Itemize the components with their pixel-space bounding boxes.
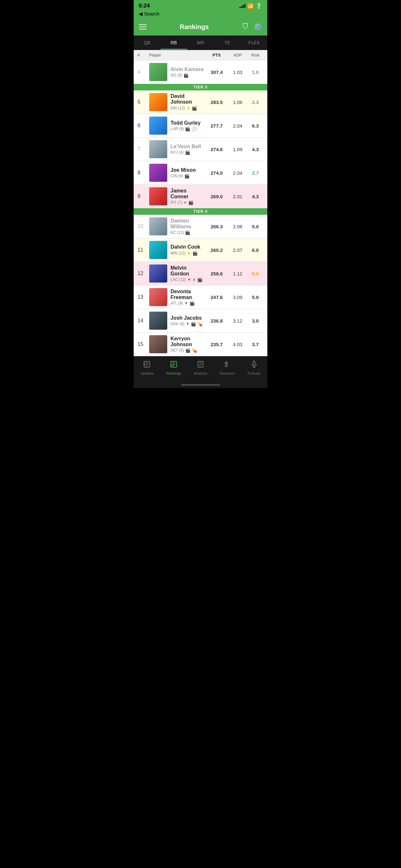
player-team: LAC (12) [171, 277, 186, 282]
player-adp: 2.04 [228, 170, 247, 176]
col-risk-header[interactable]: Risk [247, 53, 264, 58]
nav-analysis[interactable]: Analysis [187, 359, 214, 376]
player-name: David Johnson [171, 93, 205, 105]
header: Rankings ⛉ ⚙️ [134, 20, 267, 35]
table-row[interactable]: 5 David Johnson ARI (12) ★🎬 283.5 1.06 2… [134, 90, 267, 114]
col-player-header: Player [149, 53, 205, 58]
nav-updates[interactable]: Updates [134, 359, 160, 376]
player-rank: 7 [137, 146, 149, 152]
player-pts: 236.8 [205, 318, 228, 323]
table-row[interactable]: 15 Kerryon Johnson DET (5) 🎬💊 235.7 4.03… [134, 333, 267, 356]
injury-icon: 💊 [197, 321, 203, 327]
signal-bars [240, 4, 245, 8]
player-pts: 260.2 [205, 247, 228, 253]
tab-flex[interactable]: FLEX [241, 35, 267, 50]
player-info: Le'Veon Bell NYJ (4) 🎬 [171, 144, 205, 155]
player-meta: OAK (6) ▼🎬💊 [171, 321, 205, 327]
svg-point-6 [144, 365, 145, 366]
tab-qb[interactable]: QB [134, 35, 160, 50]
home-indicator [134, 383, 267, 388]
player-rank: 11 [137, 247, 149, 253]
player-risk: 2.3 [247, 99, 264, 105]
table-header: # Player PTS ADP Risk [134, 50, 267, 60]
updates-icon [143, 361, 151, 370]
col-pts-header[interactable]: PTS [205, 53, 228, 58]
player-info: Alvin Kamara NO (9) 🎬 [171, 66, 205, 78]
player-info: Kerryon Johnson DET (5) 🎬💊 [171, 336, 205, 353]
player-avatar [149, 288, 167, 306]
star-icon: ★ [186, 105, 190, 111]
player-info: Joe Mixon CIN (9) 🎬 [171, 167, 205, 179]
tab-te[interactable]: TE [214, 35, 241, 50]
header-actions: ⛉ ⚙️ [242, 23, 262, 31]
player-name: Melvin Gordon [171, 265, 205, 277]
player-rank: 6 [137, 123, 149, 128]
player-meta: DET (5) 🎬💊 [171, 348, 205, 353]
player-risk: 6.0 [247, 247, 264, 253]
film-icon: 🎬 [192, 106, 197, 111]
player-risk: 6.3 [247, 123, 264, 128]
svg-rect-17 [253, 361, 255, 365]
podcast-icon [250, 361, 258, 370]
nav-research[interactable]: Research [214, 359, 241, 376]
player-pts: 266.3 [205, 224, 228, 229]
player-info: Melvin Gordon LAC (12) ▼✕🎬 [171, 265, 205, 282]
film-icon: 🎬 [185, 348, 190, 353]
player-adp: 2.04 [228, 123, 247, 128]
tab-wr[interactable]: WR [187, 35, 214, 50]
player-rank: 9 [137, 193, 149, 199]
menu-button[interactable] [139, 24, 147, 29]
player-rank: 15 [137, 341, 149, 347]
table-row[interactable]: 8 Joe Mixon CIN (9) 🎬 274.0 2.04 2.7 [134, 161, 267, 185]
player-team: LAR (9) [171, 127, 184, 131]
search-back-button[interactable]: ◀ Search [139, 11, 262, 17]
arrow-down-icon: ▼ [184, 301, 188, 306]
status-time: 6:24 [139, 3, 150, 9]
filter-icon[interactable]: ⛉ [242, 23, 249, 31]
position-tabs: QB RB WR TE FLEX [134, 35, 267, 50]
player-rank: 12 [137, 271, 149, 276]
tab-rb[interactable]: RB [160, 35, 187, 50]
bottom-nav: Updates Rankings Analysis [134, 356, 267, 383]
player-adp: 2.07 [228, 247, 247, 253]
player-avatar [149, 241, 167, 259]
table-row[interactable]: 10 Damien Williams KC (12) 🎬 266.3 2.08 … [134, 215, 267, 238]
player-name: Devonta Freeman [171, 289, 205, 300]
player-info: Dalvin Cook MIN (12) ★🎬 [171, 244, 205, 256]
settings-icon[interactable]: ⚙️ [253, 23, 262, 31]
player-info: Todd Gurley LAR (9) 🎬🕐 [171, 120, 205, 131]
player-avatar [149, 187, 167, 206]
analysis-icon [197, 361, 204, 370]
table-row[interactable]: 9 James Conner PIT (7) ✕🎬 269.0 2.01 4.3 [134, 185, 267, 208]
player-pts: 307.4 [205, 69, 228, 75]
table-row[interactable]: 12 Melvin Gordon LAC (12) ▼✕🎬 258.6 1.12… [134, 262, 267, 285]
table-row[interactable]: 4 Alvin Kamara NO (9) 🎬 307.4 1.03 1.0 [134, 60, 267, 84]
player-adp: 1.06 [228, 99, 247, 105]
svg-point-4 [144, 363, 145, 363]
player-name: Josh Jacobs [171, 315, 205, 321]
table-row[interactable]: 13 Devonta Freeman ATL (9) ▼🎬 247.6 3.09… [134, 285, 267, 309]
player-pts: 283.5 [205, 99, 228, 105]
player-pts: 258.6 [205, 271, 228, 276]
players-list: 4 Alvin Kamara NO (9) 🎬 307.4 1.03 1.0 T… [134, 60, 267, 356]
player-team: DET (5) [171, 348, 184, 352]
research-label: Research [220, 371, 235, 375]
table-row[interactable]: 6 Todd Gurley LAR (9) 🎬🕐 277.7 2.04 6.3 [134, 114, 267, 137]
nav-rankings[interactable]: Rankings [160, 359, 187, 376]
film-icon: 🎬 [189, 301, 195, 306]
nav-podcast[interactable]: Podcast [241, 359, 267, 376]
table-row[interactable]: 7 Le'Veon Bell NYJ (4) 🎬 274.6 1.09 4.3 [134, 137, 267, 161]
player-team: NYJ (4) [171, 150, 184, 155]
col-adp-header[interactable]: ADP [228, 53, 247, 58]
player-avatar [149, 265, 167, 283]
player-risk: 5.0 [247, 224, 264, 229]
table-row[interactable]: 14 Josh Jacobs OAK (6) ▼🎬💊 236.8 3.12 3.… [134, 309, 267, 333]
player-avatar [149, 335, 167, 353]
player-pts: 274.6 [205, 147, 228, 152]
player-name: Joe Mixon [171, 167, 205, 173]
x-icon: ✕ [192, 277, 196, 282]
table-row[interactable]: 11 Dalvin Cook MIN (12) ★🎬 260.2 2.07 6.… [134, 238, 267, 262]
player-risk: 3.7 [247, 342, 264, 347]
arrow-down-icon: ▼ [186, 321, 189, 326]
player-adp: 1.09 [228, 147, 247, 152]
